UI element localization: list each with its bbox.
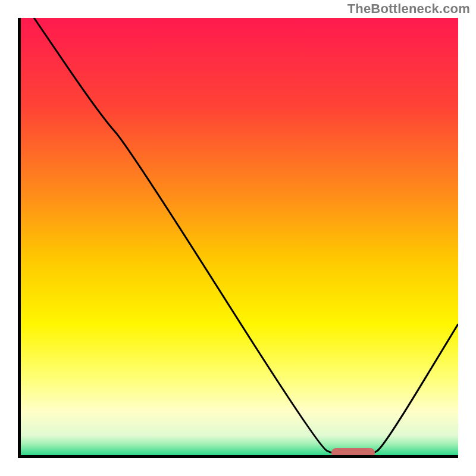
chart-axes-frame (18, 18, 458, 458)
watermark-text: TheBottleneck.com (347, 1, 470, 17)
